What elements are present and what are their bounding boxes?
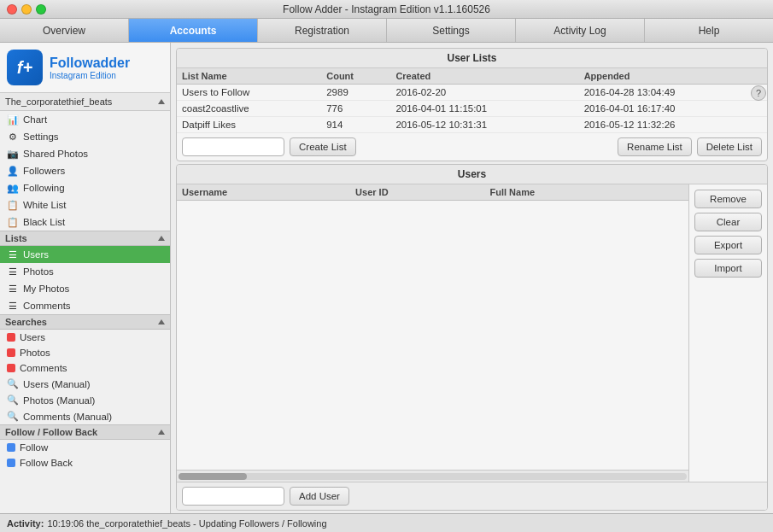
search-users-manual-icon: 🔍 xyxy=(7,378,19,389)
maximize-button[interactable] xyxy=(36,4,46,15)
following-icon: 👥 xyxy=(7,182,19,194)
search-comments-dot-icon xyxy=(7,364,15,372)
comments-list-icon: ☰ xyxy=(7,300,19,312)
logo-name: Followadder xyxy=(50,56,130,71)
tab-overview[interactable]: Overview xyxy=(0,19,129,42)
clear-button[interactable]: Clear xyxy=(694,213,762,231)
remove-button[interactable]: Remove xyxy=(694,190,762,208)
list-appended-0: 2016-04-28 13:04:49 xyxy=(579,85,767,101)
search-comments-manual-icon: 🔍 xyxy=(7,411,19,422)
my-photos-icon: ☰ xyxy=(7,283,19,295)
sidebar-item-follow-back[interactable]: Follow Back xyxy=(0,455,170,471)
sidebar-item-search-photos-manual[interactable]: 🔍 Photos (Manual) xyxy=(0,392,170,408)
user-lists-title: User Lists xyxy=(177,49,767,68)
sidebar-item-search-users[interactable]: Users xyxy=(0,330,170,345)
sidebar-item-my-photos[interactable]: ☰ My Photos xyxy=(0,280,170,297)
col-appended: Appended xyxy=(579,68,767,85)
lists-section-header: Lists xyxy=(0,231,170,246)
sidebar-item-my-photos-label: My Photos xyxy=(23,284,69,294)
search-photos-dot-icon xyxy=(7,348,15,357)
sidebar-item-search-comments[interactable]: Comments xyxy=(0,360,170,376)
tab-activity-log[interactable]: Activity Log xyxy=(516,19,645,42)
user-lists-table: List Name Count Created Appended Users t… xyxy=(177,68,767,133)
sidebar-section-main: 📊 Chart ⚙ Settings 📷 Shared Photos 👤 Fol… xyxy=(0,111,170,231)
scrollbar-area[interactable] xyxy=(177,470,688,482)
sidebar-item-settings-label: Settings xyxy=(23,132,59,142)
logo-area: f+ Followadder Instagram Edition xyxy=(0,43,170,93)
list-name-1: coast2coastlive xyxy=(177,101,321,117)
sidebar: f+ Followadder Instagram Edition The_cor… xyxy=(0,43,171,513)
sidebar-item-shared-photos[interactable]: 📷 Shared Photos xyxy=(0,145,170,162)
follow-dot-icon xyxy=(7,443,15,452)
sidebar-item-photos[interactable]: ☰ Photos xyxy=(0,263,170,280)
tab-help[interactable]: Help xyxy=(645,19,773,42)
sidebar-item-chart[interactable]: 📊 Chart xyxy=(0,111,170,128)
follow-section-header: Follow / Follow Back xyxy=(0,424,170,440)
sidebar-item-users-label: Users xyxy=(23,249,49,260)
list-count-1: 776 xyxy=(321,101,390,117)
rename-list-button[interactable]: Rename List xyxy=(618,137,692,156)
follow-chevron-icon xyxy=(158,430,165,435)
sidebar-item-followers-label: Followers xyxy=(23,166,65,176)
add-user-button[interactable]: Add User xyxy=(290,487,349,506)
list-created-2: 2016-05-12 10:31:31 xyxy=(390,117,578,133)
users-list-icon: ☰ xyxy=(7,248,19,260)
sidebar-item-follow[interactable]: Follow xyxy=(0,440,170,455)
sidebar-item-following[interactable]: 👥 Following xyxy=(0,179,170,196)
follow-section-label: Follow / Follow Back xyxy=(5,427,97,437)
blacklist-icon: 📋 xyxy=(7,216,19,228)
logo-text: Followadder Instagram Edition xyxy=(50,56,130,80)
list-toolbar: Create List Rename List Delete List xyxy=(177,133,767,161)
col-username: Username xyxy=(177,184,350,201)
tab-accounts[interactable]: Accounts xyxy=(129,19,258,42)
sidebar-item-blacklist[interactable]: 📋 Black List xyxy=(0,213,170,231)
sidebar-item-photos-label: Photos xyxy=(23,266,54,277)
account-name: The_corporatethief_beats xyxy=(5,96,158,107)
searches-section-header: Searches xyxy=(0,314,170,330)
tab-settings[interactable]: Settings xyxy=(387,19,516,42)
col-count: Count xyxy=(321,68,390,85)
delete-list-button[interactable]: Delete List xyxy=(697,137,762,156)
whitelist-icon: 📋 xyxy=(7,199,19,211)
traffic-lights xyxy=(7,4,46,15)
sidebar-item-following-label: Following xyxy=(23,183,65,193)
add-user-input[interactable] xyxy=(182,487,284,506)
list-row-0[interactable]: Users to Follow 2989 2016-02-20 2016-04-… xyxy=(177,85,767,101)
help-button[interactable]: ? xyxy=(751,85,766,101)
close-button[interactable] xyxy=(7,4,17,15)
sidebar-section-searches: Users Photos Comments 🔍 Users (Manual) 🔍… xyxy=(0,330,170,424)
list-row-2[interactable]: Datpiff Likes 914 2016-05-12 10:31:31 20… xyxy=(177,117,767,133)
export-button[interactable]: Export xyxy=(694,236,762,254)
user-lists-table-scroll[interactable]: List Name Count Created Appended Users t… xyxy=(177,68,767,133)
sidebar-item-follow-back-label: Follow Back xyxy=(20,458,73,468)
tab-bar: Overview Accounts Registration Settings … xyxy=(0,19,773,43)
account-selector[interactable]: The_corporatethief_beats xyxy=(0,93,170,111)
lists-section-label: Lists xyxy=(5,233,27,243)
search-users-dot-icon xyxy=(7,333,15,342)
sidebar-item-search-photos[interactable]: Photos xyxy=(0,345,170,360)
list-row-1[interactable]: coast2coastlive 776 2016-04-01 11:15:01 … xyxy=(177,101,767,117)
users-table: Username User ID Full Name xyxy=(177,184,688,201)
sidebar-item-search-comments-label: Comments xyxy=(20,363,67,373)
sidebar-item-search-users-label: Users xyxy=(20,332,45,342)
sidebar-item-settings[interactable]: ⚙ Settings xyxy=(0,128,170,145)
sidebar-item-search-users-manual[interactable]: 🔍 Users (Manual) xyxy=(0,376,170,392)
sidebar-item-comments[interactable]: ☰ Comments xyxy=(0,297,170,314)
list-count-0: 2989 xyxy=(321,85,390,101)
scrollbar-thumb xyxy=(179,473,247,480)
create-list-button[interactable]: Create List xyxy=(290,137,356,156)
chevron-up-icon xyxy=(158,99,165,104)
minimize-button[interactable] xyxy=(21,4,32,15)
tab-registration[interactable]: Registration xyxy=(258,19,387,42)
scrollbar-track xyxy=(179,473,687,480)
sidebar-section-follow: Follow Follow Back xyxy=(0,440,170,471)
sidebar-item-users[interactable]: ☰ Users xyxy=(0,246,170,263)
status-label: Activity: xyxy=(7,518,44,529)
users-table-scroll[interactable]: Username User ID Full Name xyxy=(177,184,688,470)
list-name-input[interactable] xyxy=(182,137,284,156)
sidebar-item-whitelist[interactable]: 📋 White List xyxy=(0,196,170,213)
import-button[interactable]: Import xyxy=(694,259,762,278)
sidebar-item-search-comments-manual[interactable]: 🔍 Comments (Manual) xyxy=(0,408,170,424)
list-created-1: 2016-04-01 11:15:01 xyxy=(390,101,578,117)
sidebar-item-followers[interactable]: 👤 Followers xyxy=(0,162,170,179)
